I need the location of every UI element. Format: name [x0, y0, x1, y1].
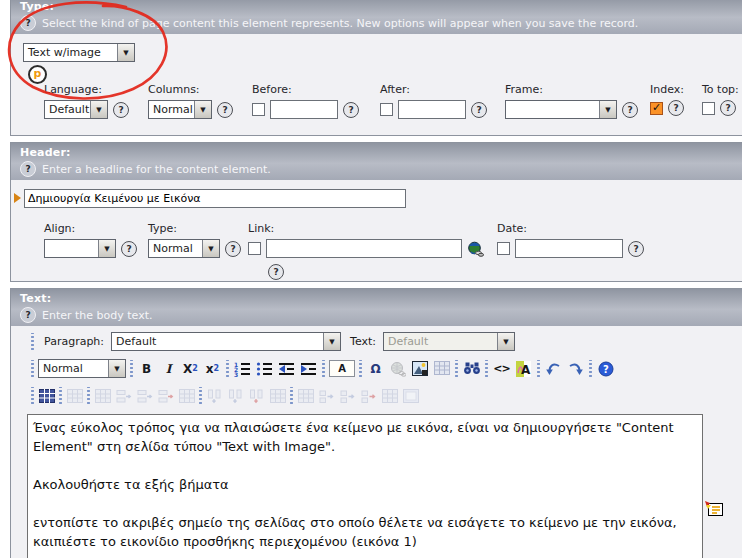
before-checkbox[interactable] [252, 103, 265, 116]
unordered-list-icon[interactable] [255, 360, 274, 378]
insert-image-icon[interactable] [410, 360, 429, 378]
chevron-down-icon: ▼ [194, 101, 211, 118]
headline-input[interactable] [24, 189, 406, 208]
subscript-icon[interactable]: X2 [181, 360, 200, 378]
field-label: Link: [248, 222, 484, 235]
after-checkbox[interactable] [380, 103, 393, 116]
section-help-text: Enter the body text. [42, 309, 152, 322]
toggle-borders-icon[interactable] [37, 387, 56, 405]
outdent-icon[interactable] [277, 360, 296, 378]
text-style-select[interactable]: Default ▼ [383, 332, 515, 351]
chevron-down-icon: ▼ [108, 360, 125, 377]
field-label: Language: [44, 83, 129, 96]
help-icon[interactable]: ? [20, 161, 36, 177]
toolbar-separator [198, 387, 203, 405]
date-checkbox[interactable] [497, 242, 510, 255]
before-input[interactable] [270, 100, 338, 119]
date-input[interactable] [515, 239, 623, 258]
undo-icon[interactable] [544, 360, 563, 378]
row-insert-under-icon[interactable] [135, 387, 154, 405]
text-color-icon[interactable]: A [329, 360, 355, 377]
toolbar-separator [536, 360, 541, 378]
column-delete-icon[interactable] [247, 387, 266, 405]
toolbar-separator [484, 360, 489, 378]
help-icon[interactable]: ? [628, 241, 644, 257]
row-insert-above-icon[interactable] [114, 387, 133, 405]
cell-delete-icon[interactable] [359, 387, 378, 405]
header-type-select[interactable]: Normal ▼ [148, 239, 220, 258]
field-before: Before: ? [252, 83, 359, 119]
content-element-edit-form: Type: ? Select the kind of page content … [0, 0, 742, 558]
paragraph-format-select[interactable]: Default ▼ [111, 332, 341, 351]
row-delete-icon[interactable] [156, 387, 175, 405]
find-replace-icon[interactable] [462, 360, 481, 378]
toolbar-separator [358, 360, 363, 378]
column-insert-after-icon[interactable] [226, 387, 245, 405]
toolbar-separator [30, 333, 35, 351]
help-icon[interactable]: ? [343, 102, 359, 118]
insert-table-icon[interactable] [432, 360, 451, 378]
cell-properties-icon[interactable] [296, 387, 315, 405]
fullscreen-rte-icon[interactable] [704, 501, 724, 518]
type-select[interactable]: Text w/image ▼ [23, 43, 135, 62]
toolbar-separator [289, 387, 294, 405]
help-icon[interactable]: ? [113, 102, 129, 118]
help-icon[interactable]: ? [225, 241, 241, 257]
special-character-icon[interactable]: Ω [366, 360, 385, 378]
chevron-down-icon: ▼ [323, 333, 340, 350]
row-properties-icon[interactable] [93, 387, 112, 405]
bold-icon[interactable]: B [137, 360, 156, 378]
cell-merge-icon[interactable] [380, 387, 399, 405]
index-checkbox[interactable]: ✓ [650, 102, 663, 115]
cell-insert-before-icon[interactable] [317, 387, 336, 405]
field-align: Align: ▼ ? [44, 222, 137, 258]
section-header: Header: ? Enter a headline for the conte… [10, 142, 742, 282]
column-insert-before-icon[interactable] [205, 387, 224, 405]
redo-icon[interactable] [566, 360, 585, 378]
link-checkbox[interactable] [248, 242, 261, 255]
field-totop: To top: ? [702, 83, 739, 116]
help-icon[interactable]: ? [471, 102, 487, 118]
block-format-select[interactable]: Normal▼ [38, 359, 126, 378]
section-title: Type: [20, 0, 742, 13]
insert-link-icon[interactable] [388, 360, 407, 378]
cell-split-icon[interactable] [401, 387, 420, 405]
palette-icon[interactable]: p [28, 65, 47, 84]
help-icon[interactable]: ? [217, 102, 233, 118]
superscript-icon[interactable]: x2 [203, 360, 222, 378]
field-frame: Frame: ▼ ? [505, 83, 638, 119]
language-select[interactable]: Default ▼ [44, 100, 108, 119]
help-icon[interactable]: ? [121, 241, 137, 257]
editor-help-icon[interactable]: ? [596, 360, 615, 378]
after-input[interactable] [398, 100, 466, 119]
column-split-icon[interactable] [268, 387, 287, 405]
chevron-down-icon: ▼ [117, 44, 134, 61]
rte-toolbar-row-1: Paragraph: Default ▼ Text: Default ▼ [30, 332, 515, 351]
rte-body[interactable]: Ένας εύκολος τρόπος για να πλαισώσετε έν… [27, 414, 703, 558]
help-icon[interactable]: ? [20, 307, 36, 323]
italic-icon[interactable]: I [159, 360, 178, 378]
indent-icon[interactable] [299, 360, 318, 378]
help-icon[interactable]: ? [622, 102, 638, 118]
frame-select[interactable]: ▼ [505, 100, 617, 119]
field-columns: Columns: Normal ▼ ? [148, 83, 233, 119]
columns-select[interactable]: Normal ▼ [148, 100, 212, 119]
table-properties-icon[interactable] [65, 387, 84, 405]
help-icon[interactable]: ? [268, 264, 284, 280]
field-label: Index: [650, 83, 684, 96]
help-icon[interactable]: ? [668, 100, 684, 116]
toggle-text-mode-icon[interactable]: A [514, 360, 533, 378]
svg-text:?: ? [603, 363, 609, 374]
totop-checkbox[interactable] [702, 102, 715, 115]
link-input[interactable] [266, 239, 462, 258]
html-source-icon[interactable]: <> [492, 360, 511, 378]
align-select[interactable]: ▼ [44, 239, 116, 258]
ordered-list-icon[interactable]: 123 [233, 360, 252, 378]
row-split-icon[interactable] [177, 387, 196, 405]
help-icon[interactable]: ? [720, 100, 736, 116]
link-browse-icon[interactable] [467, 241, 484, 257]
body-paragraph: Ακολουθήστε τα εξής βήματα [33, 475, 697, 494]
help-icon[interactable]: ? [20, 15, 36, 31]
rte-toolbar-row-3 [30, 387, 420, 405]
cell-insert-after-icon[interactable] [338, 387, 357, 405]
